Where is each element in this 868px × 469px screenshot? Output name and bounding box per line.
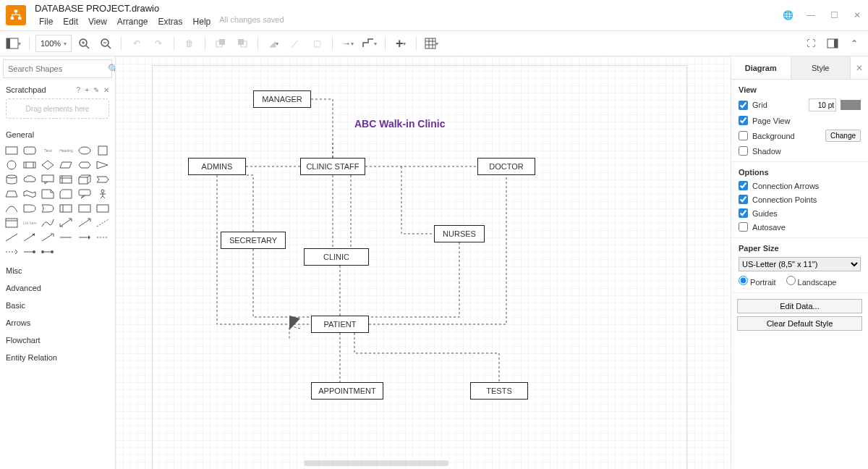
section-general[interactable]: General [0,124,115,142]
section-basic[interactable]: Basic [0,295,115,313]
shape-actor[interactable] [95,188,110,200]
radio-portrait[interactable] [739,276,748,285]
delete-icon[interactable]: 🗑 [180,34,199,53]
shape-conn2[interactable] [77,232,92,243]
shape-heading[interactable]: Heading [59,145,73,156]
scratchpad-help-icon[interactable]: ? [77,86,81,94]
shape-datastore[interactable] [59,203,73,214]
shape-card[interactable] [59,188,73,200]
shape-hexagon[interactable] [77,159,92,171]
line-color-icon[interactable]: ／ [286,34,305,53]
tab-diagram[interactable]: Diagram [731,56,791,79]
zoom-out-icon[interactable] [96,34,115,53]
horizontal-scrollbar[interactable] [304,460,448,466]
clear-style-button[interactable]: Clear Default Style [737,316,862,331]
shape-list[interactable] [4,217,19,229]
to-front-icon[interactable] [211,34,230,53]
zoom-in-icon[interactable] [75,34,93,53]
format-panel-icon[interactable] [823,34,842,53]
shape-step[interactable] [95,174,110,185]
scratchpad-edit-icon[interactable]: ✎ [93,86,99,94]
chk-page-view[interactable] [739,116,748,125]
panel-close-icon[interactable]: ✕ [851,56,868,79]
shape-rect2[interactable] [77,203,92,214]
shape-callout[interactable] [41,174,55,185]
scratchpad-close-icon[interactable]: ✕ [103,86,109,94]
canvas[interactable]: ABC Walk-in Clinic MANAGER ADMINS CLINIC… [116,56,731,469]
search-input[interactable] [8,64,108,73]
shape-and[interactable] [22,203,37,214]
shape-callout2[interactable] [77,188,92,200]
section-entity-relation[interactable]: Entity Relation [0,347,115,365]
chk-autosave[interactable] [739,222,748,232]
paper-size-select[interactable]: US-Letter (8,5" x 11") [739,257,861,271]
window-close[interactable]: ✕ [852,10,862,20]
shape-trapezoid[interactable] [4,188,19,200]
shape-search[interactable]: 🔍 [3,59,112,78]
scratchpad-add-icon[interactable]: + [85,86,89,94]
shape-curve2[interactable] [41,217,55,229]
shape-arrow[interactable] [77,217,92,229]
shape-square[interactable] [95,145,110,156]
collapse-icon[interactable]: ⌃ [845,34,864,53]
undo-icon[interactable]: ↶ [127,34,146,53]
menu-edit[interactable]: Edit [59,15,82,28]
change-background-button[interactable]: Change [825,130,861,142]
window-maximize[interactable]: ☐ [829,10,839,20]
grid-color-swatch[interactable] [841,100,861,110]
chk-shadow[interactable] [739,146,748,156]
waypoint-icon[interactable]: ▾ [360,34,379,53]
edit-data-button[interactable]: Edit Data... [737,299,862,313]
chk-guides[interactable] [739,208,748,218]
connection-icon[interactable]: →▾ [339,34,357,53]
table-icon[interactable]: ▾ [422,34,441,53]
scratchpad-dropzone[interactable]: Drag elements here [6,98,109,119]
section-advanced[interactable]: Advanced [0,278,115,295]
shadow-icon[interactable]: ▢ [307,34,326,53]
shape-text[interactable]: Text [41,145,55,156]
shape-cube[interactable] [77,174,92,185]
menu-help[interactable]: Help [189,15,216,28]
zoom-select[interactable]: 100%▾ [35,35,72,52]
shape-rect3[interactable] [95,203,110,214]
search-icon[interactable]: 🔍 [108,64,116,74]
tab-style[interactable]: Style [791,56,851,79]
shape-listitem[interactable]: List Item [22,217,37,229]
shape-cloud[interactable] [22,174,37,185]
shape-line[interactable] [4,232,19,243]
shape-conn5[interactable] [22,246,37,258]
window-minimize[interactable]: — [806,10,816,20]
shape-arrow-bi[interactable] [59,217,73,229]
shape-dashed[interactable] [95,217,110,229]
fill-color-icon[interactable]: ◢▾ [264,34,283,53]
shape-parallelogram[interactable] [59,159,73,171]
menu-file[interactable]: File [35,15,57,28]
shape-internal-storage[interactable] [59,174,73,185]
shape-or[interactable] [41,203,55,214]
section-arrows[interactable]: Arrows [0,313,115,330]
chk-conn-arrows[interactable] [739,181,748,190]
fullscreen-icon[interactable]: ⛶ [801,34,820,53]
shape-cylinder[interactable] [4,174,19,185]
insert-icon[interactable]: +▾ [391,34,410,53]
radio-landscape[interactable] [786,276,796,285]
shape-rect[interactable] [4,145,19,156]
section-flowchart[interactable]: Flowchart [0,330,115,347]
shape-tape[interactable] [22,188,37,200]
shape-diamond[interactable] [41,159,55,171]
shape-line-arrow2[interactable] [41,232,55,243]
shape-line-arrow[interactable] [22,232,37,243]
grid-size-input[interactable] [809,98,836,111]
shape-process[interactable] [22,159,37,171]
chk-background[interactable] [739,131,748,140]
globe-icon[interactable]: 🌐 [783,10,793,20]
shape-conn4[interactable] [4,246,19,258]
shape-rounded-rect[interactable] [22,145,37,156]
shape-ellipse[interactable] [77,145,92,156]
shape-conn6[interactable] [41,246,55,258]
menu-extras[interactable]: Extras [154,15,187,28]
shape-note[interactable] [41,188,55,200]
sidebar-toggle-icon[interactable]: ▾ [4,34,23,53]
menu-arrange[interactable]: Arrange [113,15,153,28]
shape-conn1[interactable] [59,232,73,243]
